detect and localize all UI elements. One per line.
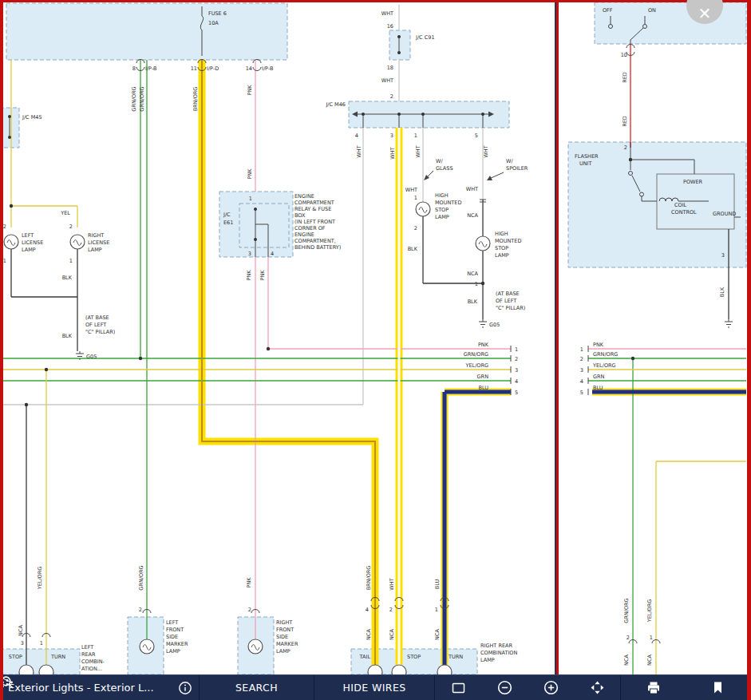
pin-number: 18	[387, 65, 393, 71]
component-label: (IN LEFT FRONT	[294, 219, 335, 225]
right-rear-stop-lamp-symbol[interactable]	[392, 665, 406, 674]
pin-number: 4	[366, 607, 369, 613]
zoom-out-button[interactable]	[497, 680, 512, 695]
junction-dot	[629, 158, 632, 161]
wire-color-label: NCA	[18, 625, 24, 636]
wire-color-label: PNK	[593, 342, 604, 348]
component-label: RIGHT	[276, 619, 292, 626]
location-note: OF LEFT	[85, 322, 106, 328]
right-rear-tail-lamp-symbol[interactable]	[368, 665, 382, 674]
pin-number: 1	[435, 607, 438, 613]
wire-color-label: NCA	[467, 271, 478, 277]
search-button[interactable]: SEARCH	[200, 675, 314, 700]
print-button[interactable]	[646, 680, 662, 695]
component-label: LEFT	[81, 644, 93, 651]
hide-wires-button[interactable]: HIDE WIRES	[314, 675, 435, 700]
fit-to-screen-button[interactable]	[590, 680, 605, 695]
pin-number: 5	[515, 390, 518, 396]
wire-color-label: WHT	[389, 578, 395, 590]
wire-color-label: GRN/ORG	[593, 351, 618, 358]
junction-dot	[8, 136, 11, 139]
component-label: BEHIND BATTERY)	[294, 244, 341, 251]
window-icon	[451, 681, 466, 695]
wire-blk[interactable]	[11, 200, 729, 665]
wire-color-label: WHT	[381, 10, 393, 17]
diagram-title-section: Exterior Lights - Exterior L...	[0, 675, 200, 700]
zoom-out-icon	[497, 680, 512, 695]
wire-brn-org-core[interactable]	[202, 60, 375, 665]
wire-blu-highlight[interactable]	[445, 392, 746, 665]
connector-label: I/P-B	[262, 65, 273, 72]
wire-color-label: GRN	[593, 374, 605, 380]
wire-color-label: RED	[622, 116, 628, 127]
connector-label: J/C	[223, 212, 231, 218]
wire-color-label: BLU	[478, 385, 488, 391]
option-label: W/	[506, 158, 513, 164]
component-label: LICENSE	[22, 239, 43, 246]
pin-number: 3	[580, 367, 583, 374]
junction-dot	[421, 113, 425, 116]
fullscreen-button[interactable]	[451, 681, 466, 695]
left-rear-stop-lamp-symbol[interactable]	[19, 665, 34, 674]
junction-dot	[8, 115, 11, 118]
wire-color-label: BLK	[468, 299, 478, 305]
component-label: RIGHT REAR	[480, 643, 512, 649]
component-label: LAMP	[495, 252, 509, 259]
component-label: RELAY & FUSE	[294, 206, 331, 212]
bottom-toolbar: Exterior Lights - Exterior L... SEARCH H…	[0, 674, 751, 700]
wire-color-label: NCA	[389, 629, 395, 640]
location-note: OF LEFT	[496, 298, 516, 304]
component-label: GROUND	[713, 211, 736, 217]
inline-connector-symbols	[22, 45, 660, 644]
wire-color-label: WHT	[405, 187, 417, 193]
frame-red-right	[747, 0, 751, 700]
wire-color-label: BRN/ORG	[192, 87, 199, 112]
junction-dot	[25, 403, 28, 406]
option-label: W/	[436, 158, 443, 164]
left-rear-turn-lamp-symbol[interactable]	[39, 665, 53, 674]
jc-e61-box	[239, 204, 289, 247]
connector-label: J/C M46	[325, 101, 346, 108]
location-note: (AT BASE	[85, 314, 109, 321]
pin-number: 4	[355, 132, 358, 139]
wire-color-label: NCA	[467, 212, 478, 219]
ground-label: G05	[86, 354, 97, 360]
component-label: BOX	[294, 212, 306, 219]
wire-blu-core[interactable]	[445, 392, 746, 665]
switch-position-label: OFF	[603, 7, 613, 14]
pin-number: 2	[139, 607, 142, 613]
junction-dot	[45, 368, 48, 371]
wire-brn-org-highlight[interactable]	[202, 60, 375, 665]
wire-color-label: YEL	[60, 210, 70, 216]
component-label: COIL	[674, 202, 687, 208]
right-rear-turn-lamp-symbol[interactable]	[437, 665, 452, 674]
component-label: LAMP	[88, 247, 102, 253]
info-button[interactable]	[178, 681, 192, 695]
component-label: LAMP	[166, 648, 180, 655]
zoom-in-button[interactable]	[543, 680, 559, 695]
pin-number: 1	[515, 346, 518, 353]
wiring-diagram-viewer: FUSE 6 10A 8 I/P-B 11 I/P-D 14 I/P-B GRN…	[0, 0, 751, 700]
pin-number: 2	[69, 223, 73, 230]
component-label: COMBINATION	[480, 650, 517, 656]
component-label: HIGH	[435, 192, 449, 199]
pin-number: 2	[626, 635, 630, 641]
wire-color-label: NCA	[623, 655, 630, 666]
wire-color-label: RED	[622, 72, 628, 83]
diagram-title: Exterior Lights - Exterior L...	[8, 682, 154, 694]
connector-label: E61	[223, 219, 233, 226]
connector-label: I/P-D	[207, 65, 219, 72]
pin-number: 3	[248, 251, 251, 257]
pin-number: 2	[515, 356, 518, 362]
junction-dot	[362, 113, 365, 116]
junction-dot	[397, 113, 401, 116]
component-label: LEFT	[166, 619, 178, 626]
wire-color-label: BLU	[593, 385, 603, 391]
bookmark-button[interactable]	[710, 680, 725, 695]
frame-red-top	[0, 0, 751, 2]
junction-dot	[397, 35, 401, 38]
wire-color-label: BRN/ORG	[366, 566, 372, 591]
fuse-rating: 10A	[208, 20, 219, 26]
junction-dot	[631, 357, 634, 360]
wire-color-label: WHT	[389, 147, 396, 159]
